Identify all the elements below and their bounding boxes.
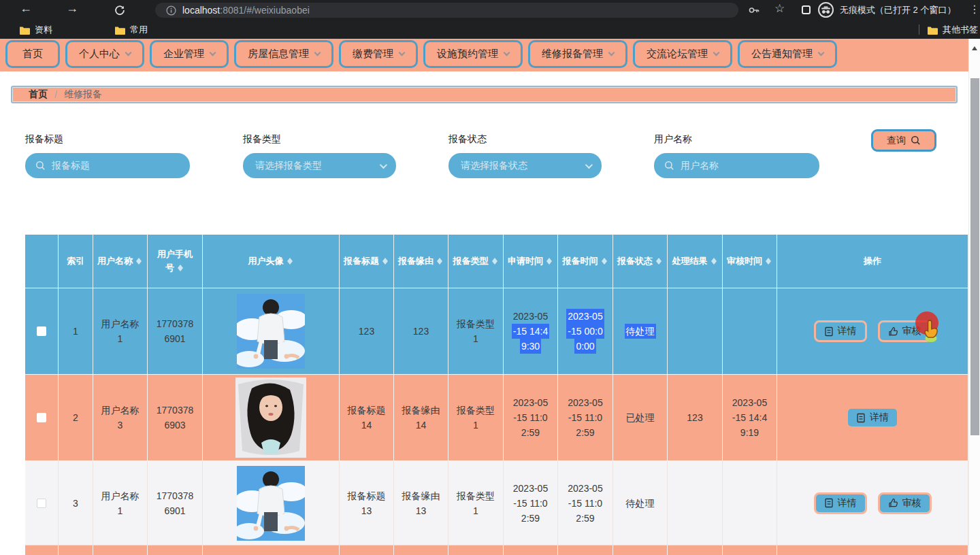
password-key-icon[interactable] (747, 3, 761, 17)
column-header-avatar[interactable]: 用户头像 (203, 235, 340, 288)
cell-result (668, 461, 723, 545)
user-avatar[interactable] (235, 377, 306, 458)
chevron-down-icon (210, 50, 216, 56)
nav-item-label: 首页 (22, 48, 43, 61)
sort-icon[interactable] (655, 255, 663, 265)
column-header-title[interactable]: 报备标题 (340, 235, 394, 288)
filter-input-3[interactable]: 用户名称 (654, 153, 819, 178)
sort-icon[interactable] (601, 255, 608, 265)
browser-menu-icon[interactable]: ⋮ (969, 3, 980, 16)
select-placeholder: 请选择报备类型 (255, 160, 322, 172)
action-buttons: 详情审核 (814, 492, 932, 514)
detail-button[interactable]: 详情 (814, 492, 867, 514)
nav-item-label: 交流论坛管理 (647, 48, 708, 61)
column-header-type[interactable]: 报备类型 (448, 235, 504, 288)
nav-item-1[interactable]: 个人中心 (65, 40, 144, 68)
user-avatar[interactable] (237, 466, 305, 541)
sort-icon[interactable] (177, 262, 184, 272)
page-scrollbar[interactable] (968, 39, 980, 555)
cell-avatar (203, 375, 340, 461)
column-header-review_time[interactable]: 审核时间 (723, 235, 777, 288)
column-header-report_time[interactable]: 报备时间 (558, 235, 613, 288)
user-avatar[interactable] (237, 294, 305, 369)
avatar-girl-image[interactable] (235, 377, 306, 458)
sort-icon[interactable] (491, 255, 499, 265)
column-header-status[interactable]: 报备状态 (613, 235, 668, 288)
reload-icon[interactable] (114, 4, 126, 16)
sort-icon[interactable] (546, 255, 553, 265)
sort-icon[interactable] (765, 255, 772, 265)
nav-item-7[interactable]: 交流论坛管理 (633, 40, 732, 68)
column-header-content: 报备类型 (453, 254, 499, 268)
avatar-boy-image[interactable] (237, 294, 305, 369)
row-checkbox[interactable] (37, 413, 46, 422)
audit-button[interactable]: 审核 (878, 320, 932, 342)
search-icon (911, 135, 921, 146)
column-header-reason[interactable]: 报备缘由 (394, 235, 448, 288)
audit-button[interactable]: 审核 (878, 492, 932, 514)
filter-input-0[interactable]: 报备标题 (25, 153, 190, 178)
row-checkbox[interactable] (37, 499, 46, 508)
selected-text: 9:30 (520, 339, 541, 354)
nav-item-3[interactable]: 房屋信息管理 (234, 40, 333, 68)
filter-select-1[interactable]: 请选择报备类型 (243, 153, 396, 178)
cell-status (613, 545, 668, 555)
search-icon (664, 161, 674, 171)
filter-label: 用户名称 (654, 133, 692, 146)
nav-item-4[interactable]: 缴费管理 (339, 40, 418, 68)
chevron-down-icon (608, 50, 615, 56)
cell-name: 用户名称 3 (93, 375, 148, 461)
detail-button[interactable]: 详情 (846, 407, 899, 428)
breadcrumb-home[interactable]: 首页 (29, 88, 48, 101)
cell-index: 2 (59, 375, 93, 461)
other-bookmarks[interactable]: 其他书签 (927, 24, 978, 36)
sort-icon[interactable] (287, 255, 294, 265)
side-panel-icon[interactable] (802, 5, 811, 14)
nav-item-0[interactable]: 首页 (5, 40, 60, 68)
cell-avatar (203, 461, 340, 545)
sort-icon[interactable] (436, 255, 444, 265)
avatar-boy-image[interactable] (237, 466, 305, 541)
chevron-down-icon (314, 50, 321, 56)
sort-icon[interactable] (710, 255, 718, 265)
column-header-content: 申请时间 (508, 254, 553, 268)
search-button[interactable]: 查询 (871, 129, 936, 152)
scrollbar-thumb[interactable] (970, 78, 979, 435)
bookmark-folder[interactable]: 资料 (19, 24, 52, 36)
cell-title: 123 (340, 288, 394, 375)
nav-item-8[interactable]: 公告通知管理 (738, 40, 837, 68)
nav-item-6[interactable]: 维修报备管理 (528, 40, 627, 68)
incognito-icon (818, 2, 834, 18)
filter-select-2[interactable]: 请选择报备状态 (448, 153, 602, 178)
nav-item-5[interactable]: 设施预约管理 (423, 40, 523, 68)
column-header-phone[interactable]: 用户手机 号 (148, 235, 203, 288)
bookmark-folder[interactable]: 常用 (114, 24, 148, 36)
column-header-name[interactable]: 用户名称 (93, 235, 148, 288)
nav-item-2[interactable]: 企业管理 (150, 40, 229, 68)
sort-icon[interactable] (135, 255, 143, 265)
cell-status: 待处理 (613, 461, 668, 545)
folder-icon (114, 26, 125, 35)
column-header-result[interactable]: 处理结果 (668, 235, 723, 288)
cell-checkbox (25, 288, 59, 375)
sort-icon[interactable] (382, 255, 389, 265)
scroll-up-icon[interactable] (972, 46, 977, 50)
row-checkbox[interactable] (37, 326, 46, 336)
cell-name: 用户名称 1 (93, 461, 148, 545)
back-icon[interactable]: ← (17, 1, 35, 16)
column-label: 报备缘由 (398, 256, 434, 266)
site-info-icon[interactable] (166, 5, 176, 16)
forward-icon[interactable]: → (63, 1, 81, 16)
url-text: localhost:8081/#/weixiubaobei (182, 5, 310, 16)
search-button-label: 查询 (887, 135, 906, 147)
detail-button[interactable]: 详情 (814, 320, 867, 342)
column-header-checkbox[interactable] (25, 235, 59, 288)
bookmark-star-icon[interactable]: ☆ (774, 1, 785, 16)
table-row-4 (25, 545, 968, 555)
address-bar[interactable]: localhost:8081/#/weixiubaobei (155, 3, 738, 18)
bookmarks-divider (919, 24, 919, 35)
chevron-down-icon (818, 50, 825, 56)
column-header-apply_time[interactable]: 申请时间 (504, 235, 558, 288)
column-label: 操作 (864, 256, 881, 266)
cell-type (448, 545, 504, 555)
